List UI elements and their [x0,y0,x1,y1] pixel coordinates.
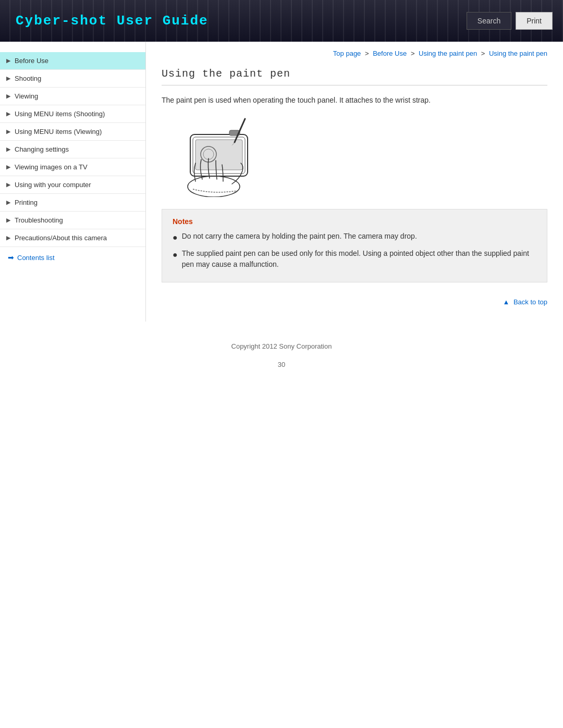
contents-list-label: Contents list [17,254,55,262]
sidebar-item-precautions[interactable]: ▶ Precautions/About this camera [0,229,145,247]
sidebar-item-label: Viewing [15,92,38,100]
note-item-2: ● The supplied paint pen can be used onl… [173,248,536,270]
page-number: 30 [0,361,563,379]
arrow-icon: ▶ [6,181,10,188]
header-actions: Search Print [456,0,563,42]
copyright: Copyright 2012 Sony Corporation [0,332,563,361]
breadcrumb-sep3: > [481,50,487,57]
back-to-top[interactable]: ▲ Back to top [162,298,547,306]
arrow-icon: ▶ [6,146,10,153]
notes-box: Notes ● Do not carry the camera by holdi… [162,209,547,282]
sidebar-item-viewing[interactable]: ▶ Viewing [0,88,145,105]
sidebar-item-settings[interactable]: ▶ Changing settings [0,141,145,158]
sidebar-item-label: Shooting [15,75,41,82]
note-text-2: The supplied paint pen can be used only … [182,248,536,270]
camera-illustration [162,114,276,199]
note-item-1: ● Do not carry the camera by holding the… [173,231,536,244]
sidebar-item-label: Using MENU items (Shooting) [15,110,105,118]
triangle-icon: ▲ [503,298,509,306]
sidebar-item-menu-viewing[interactable]: ▶ Using MENU items (Viewing) [0,123,145,141]
breadcrumb-sep2: > [411,50,417,57]
svg-point-8 [188,176,240,197]
sidebar-item-label: Troubleshooting [15,216,63,224]
arrow-right-icon: ➡ [8,253,14,262]
sidebar-item-label: Viewing images on a TV [15,163,88,171]
sidebar: ▶ Before Use ▶ Shooting ▶ Viewing ▶ Usin… [0,42,146,322]
notes-title: Notes [173,217,536,226]
breadcrumb-current: Using the paint pen [489,50,547,57]
arrow-icon: ▶ [6,235,10,241]
arrow-icon: ▶ [6,217,10,224]
page-header: Cyber-shot User Guide Search Print [0,0,563,42]
arrow-icon: ▶ [6,75,10,82]
sidebar-item-shooting[interactable]: ▶ Shooting [0,70,145,88]
breadcrumb-paint-pen[interactable]: Using the paint pen [419,50,477,57]
camera-svg [162,114,271,197]
sidebar-item-label: Printing [15,199,38,206]
search-button[interactable]: Search [467,12,511,30]
arrow-icon: ▶ [6,57,10,64]
sidebar-item-before-use[interactable]: ▶ Before Use [0,52,145,70]
sidebar-item-computer[interactable]: ▶ Using with your computer [0,176,145,194]
note-text-1: Do not carry the camera by holding the p… [182,231,417,242]
sidebar-item-label: Using MENU items (Viewing) [15,128,102,135]
sidebar-item-printing[interactable]: ▶ Printing [0,194,145,212]
arrow-icon: ▶ [6,199,10,206]
arrow-icon: ▶ [6,128,10,135]
breadcrumb-before-use[interactable]: Before Use [373,50,407,57]
main-container: ▶ Before Use ▶ Shooting ▶ Viewing ▶ Usin… [0,42,563,322]
main-content: Top page > Before Use > Using the paint … [146,42,563,322]
breadcrumb-sep1: > [365,50,371,57]
sidebar-item-troubleshooting[interactable]: ▶ Troubleshooting [0,212,145,229]
notes-list: ● Do not carry the camera by holding the… [173,231,536,270]
arrow-icon: ▶ [6,164,10,170]
breadcrumb-top[interactable]: Top page [333,50,361,57]
sidebar-item-menu-shooting[interactable]: ▶ Using MENU items (Shooting) [0,105,145,123]
back-to-top-label: Back to top [513,298,547,306]
site-title: Cyber-shot User Guide [0,0,456,42]
page-title: Using the paint pen [162,68,547,85]
sidebar-item-tv[interactable]: ▶ Viewing images on a TV [0,158,145,176]
print-button[interactable]: Print [516,12,553,30]
sidebar-item-label: Precautions/About this camera [15,234,107,242]
sidebar-item-label: Using with your computer [15,181,91,189]
contents-list-link[interactable]: ➡ Contents list [0,247,145,268]
page-description: The paint pen is used when operating the… [162,95,547,106]
arrow-icon: ▶ [6,110,10,117]
svg-rect-2 [195,140,242,170]
sidebar-item-label: Before Use [15,57,48,65]
sidebar-item-label: Changing settings [15,145,69,153]
page-footer: Copyright 2012 Sony Corporation 30 [0,332,563,379]
bullet-icon: ● [173,249,178,261]
breadcrumb: Top page > Before Use > Using the paint … [162,50,547,57]
bullet-icon: ● [173,231,178,244]
arrow-icon: ▶ [6,93,10,100]
